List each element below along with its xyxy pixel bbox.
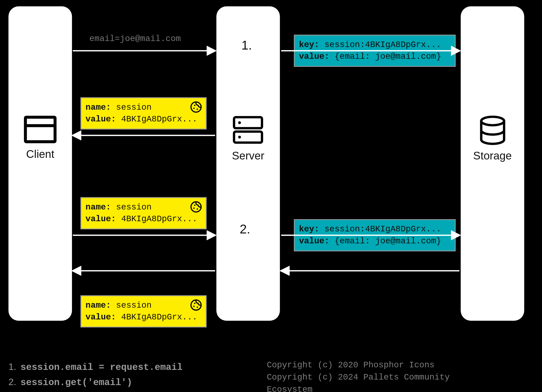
step-marker-2: 2. [240, 222, 250, 236]
client-icon-wrap: Client [24, 116, 57, 161]
svg-rect-0 [25, 117, 55, 142]
database-icon [479, 116, 506, 145]
footer-step-2: 2. session.get('email') [9, 375, 183, 390]
svg-point-16 [194, 302, 195, 304]
footer-steps: 1. session.email = request.email 2. sess… [9, 360, 183, 390]
client-label: Client [24, 148, 57, 161]
server-icon [233, 116, 264, 145]
svg-point-10 [197, 109, 198, 110]
cookie-box-1: name: session value: 4BKIgA8DpGrx... [81, 97, 207, 130]
storage-box-1: key: session:4BKIgA8DpGrx... value: {ema… [294, 35, 455, 67]
svg-point-8 [194, 105, 195, 106]
svg-point-12 [194, 204, 195, 206]
storage-icon-wrap: Storage [473, 116, 512, 163]
cookie-icon [190, 299, 202, 315]
cookie-icon [190, 201, 202, 217]
storage-pillar: Storage [461, 6, 524, 321]
svg-point-13 [193, 207, 195, 209]
footer-step-1: 1. session.email = request.email [9, 360, 183, 375]
svg-point-14 [197, 208, 198, 210]
cookie-icon [190, 101, 202, 117]
client-pillar: Client [9, 6, 72, 321]
copyright: Copyright (c) 2020 Phosphor Icons Copyri… [267, 359, 466, 392]
svg-point-4 [238, 121, 241, 124]
svg-point-5 [238, 136, 241, 138]
storage-label: Storage [473, 149, 512, 163]
server-label: Server [232, 149, 265, 163]
browser-icon [24, 116, 57, 143]
svg-point-6 [481, 117, 504, 125]
svg-point-17 [193, 306, 195, 307]
diagram-canvas: Client Server Storage email=joe@mail.com… [0, 0, 542, 392]
svg-point-18 [197, 307, 198, 308]
storage-box-2: key: session:4BKIgA8DpGrx... value: {ema… [294, 219, 455, 251]
server-icon-wrap: Server [232, 116, 265, 163]
svg-point-9 [193, 108, 195, 109]
server-pillar: Server [216, 6, 280, 321]
step-marker-1: 1. [241, 38, 252, 52]
cookie-box-3: name: session value: 4BKIgA8DpGrx... [81, 295, 207, 328]
cookie-box-2: name: session value: 4BKIgA8DpGrx... [81, 197, 207, 229]
request-payload-text: email=joe@mail.com [89, 34, 181, 43]
